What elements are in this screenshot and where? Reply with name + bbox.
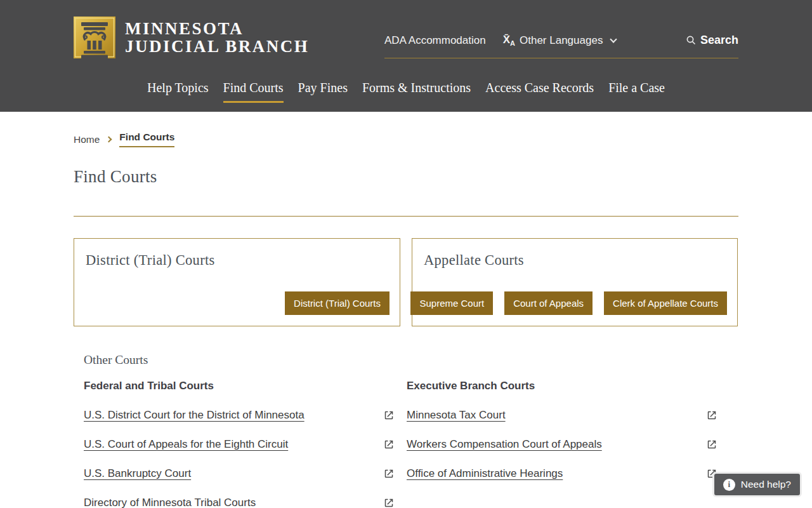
column-header-federal-tribal: Federal and Tribal Courts xyxy=(84,380,395,392)
appellate-courts-card: Appellate Courts Supreme Court Court of … xyxy=(412,238,738,326)
other-languages-label: Other Languages xyxy=(520,34,603,47)
other-courts-section: Other Courts Federal and Tribal Courts U… xyxy=(74,353,738,508)
need-help-button[interactable]: i Need help? xyxy=(712,472,802,497)
nav-item-access-case-records[interactable]: Access Case Records xyxy=(485,81,594,103)
court-cards: District (Trial) Courts District (Trial)… xyxy=(74,238,738,326)
brand-line-2: JUDICIAL BRANCH xyxy=(125,37,309,55)
brand-wordmark: MINNESOTA JUDICIAL BRANCH xyxy=(125,20,309,55)
card-title-appellate-courts: Appellate Courts xyxy=(424,252,524,269)
link-workers-compensation-court[interactable]: Workers Compensation Court of Appeals xyxy=(407,438,602,451)
brand-logo-link[interactable]: MINNESOTA JUDICIAL BRANCH xyxy=(74,17,309,58)
search-icon xyxy=(686,35,697,46)
nav-item-file-a-case[interactable]: File a Case xyxy=(608,81,665,103)
external-link-icon[interactable] xyxy=(706,439,717,450)
brand-line-1: MINNESOTA xyxy=(125,20,309,37)
external-link-icon[interactable] xyxy=(383,468,395,479)
search-label: Search xyxy=(700,34,738,47)
card-title-district-courts: District (Trial) Courts xyxy=(86,252,215,269)
list-item: U.S. Bankruptcy Court xyxy=(84,467,395,480)
info-icon: i xyxy=(723,479,735,491)
link-directory-tribal-courts[interactable]: Directory of Minnesota Tribal Courts xyxy=(84,497,256,508)
column-pillar-icon xyxy=(74,17,115,58)
translate-icon: X̄A xyxy=(503,34,515,47)
nav-item-find-courts[interactable]: Find Courts xyxy=(223,81,284,103)
page-title: Find Courts xyxy=(74,167,738,187)
federal-tribal-courts-column: Federal and Tribal Courts U.S. District … xyxy=(84,380,395,508)
site-header: MINNESOTA JUDICIAL BRANCH ADA Accommodat… xyxy=(0,0,812,112)
nav-item-help-topics[interactable]: Help Topics xyxy=(147,81,209,103)
divider-rule xyxy=(74,216,738,217)
chevron-right-icon xyxy=(106,137,112,143)
district-trial-courts-button[interactable]: District (Trial) Courts xyxy=(285,291,390,315)
link-us-bankruptcy-court[interactable]: U.S. Bankruptcy Court xyxy=(84,467,191,480)
need-help-label: Need help? xyxy=(741,479,791,490)
breadcrumb: Home Find Courts xyxy=(74,131,738,147)
main-content: Home Find Courts Find Courts District (T… xyxy=(74,112,738,508)
ada-accommodation-link[interactable]: ADA Accommodation xyxy=(384,34,486,47)
link-us-court-of-appeals-eighth[interactable]: U.S. Court of Appeals for the Eighth Cir… xyxy=(84,438,288,451)
breadcrumb-current-link[interactable]: Find Courts xyxy=(119,131,174,147)
breadcrumb-home-link[interactable]: Home xyxy=(74,134,100,145)
link-office-administrative-hearings[interactable]: Office of Administrative Hearings xyxy=(407,467,563,480)
list-item: Workers Compensation Court of Appeals xyxy=(407,438,717,451)
district-trial-courts-card: District (Trial) Courts District (Trial)… xyxy=(74,238,400,326)
court-of-appeals-button[interactable]: Court of Appeals xyxy=(504,291,593,315)
other-languages-dropdown[interactable]: X̄A Other Languages xyxy=(503,34,617,47)
other-courts-title: Other Courts xyxy=(84,353,738,367)
nav-item-forms-instructions[interactable]: Forms & Instructions xyxy=(362,81,471,103)
link-minnesota-tax-court[interactable]: Minnesota Tax Court xyxy=(407,409,506,422)
clerk-of-appellate-courts-button[interactable]: Clerk of Appellate Courts xyxy=(604,291,727,315)
nav-item-pay-fines[interactable]: Pay Fines xyxy=(298,81,348,103)
list-item: Office of Administrative Hearings xyxy=(407,467,717,480)
list-item: Directory of Minnesota Tribal Courts xyxy=(84,497,395,508)
external-link-icon[interactable] xyxy=(383,497,395,508)
link-us-district-court[interactable]: U.S. District Court for the District of … xyxy=(84,409,304,422)
list-item: U.S. Court of Appeals for the Eighth Cir… xyxy=(84,438,395,451)
external-link-icon[interactable] xyxy=(383,410,395,421)
executive-branch-courts-column: Executive Branch Courts Minnesota Tax Co… xyxy=(407,380,717,508)
search-button[interactable]: Search xyxy=(686,34,738,47)
supreme-court-button[interactable]: Supreme Court xyxy=(410,291,493,315)
external-link-icon[interactable] xyxy=(383,439,395,450)
utility-nav: ADA Accommodation X̄A Other Languages Se… xyxy=(384,34,738,58)
list-item: U.S. District Court for the District of … xyxy=(84,409,395,422)
chevron-down-icon xyxy=(610,36,617,43)
main-navigation: Help Topics Find Courts Pay Fines Forms … xyxy=(74,81,738,103)
column-header-executive-branch: Executive Branch Courts xyxy=(407,380,717,392)
list-item: Minnesota Tax Court xyxy=(407,409,717,422)
external-link-icon[interactable] xyxy=(706,410,717,421)
